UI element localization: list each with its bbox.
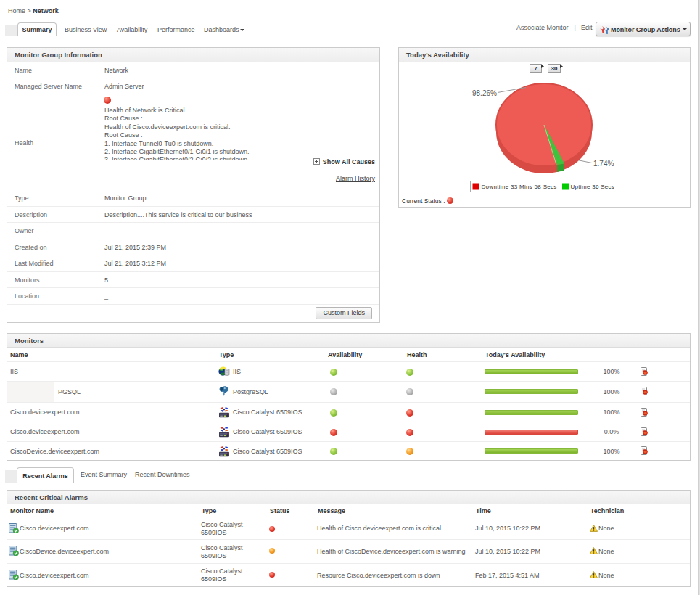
svg-text:98.26%: 98.26% [472, 89, 497, 97]
svg-text:Downtime 33 Mins 58 Secs: Downtime 33 Mins 58 Secs [482, 184, 557, 190]
svg-text:1.74%: 1.74% [593, 160, 614, 168]
svg-text:Uptime 36 Secs: Uptime 36 Secs [571, 184, 615, 190]
